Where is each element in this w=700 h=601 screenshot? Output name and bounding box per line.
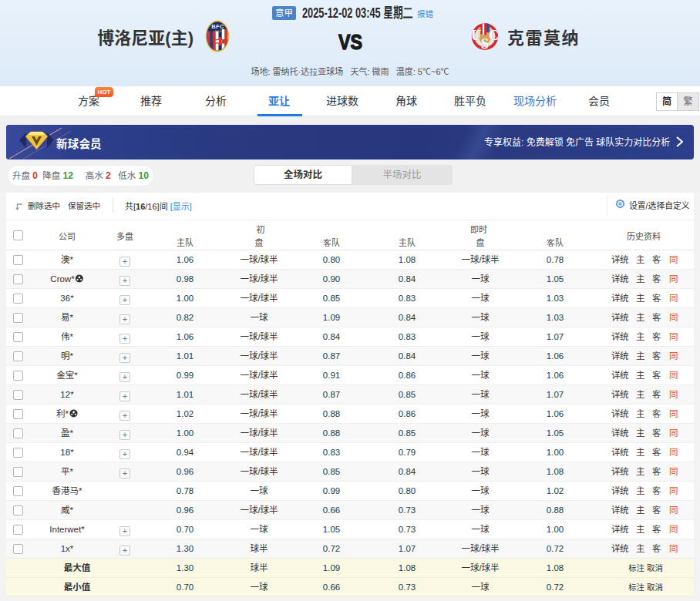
svg-text:1909: 1909: [214, 29, 222, 33]
svg-text:C: C: [489, 28, 499, 43]
svg-text:U: U: [471, 28, 481, 43]
svg-text:S: S: [481, 36, 489, 52]
